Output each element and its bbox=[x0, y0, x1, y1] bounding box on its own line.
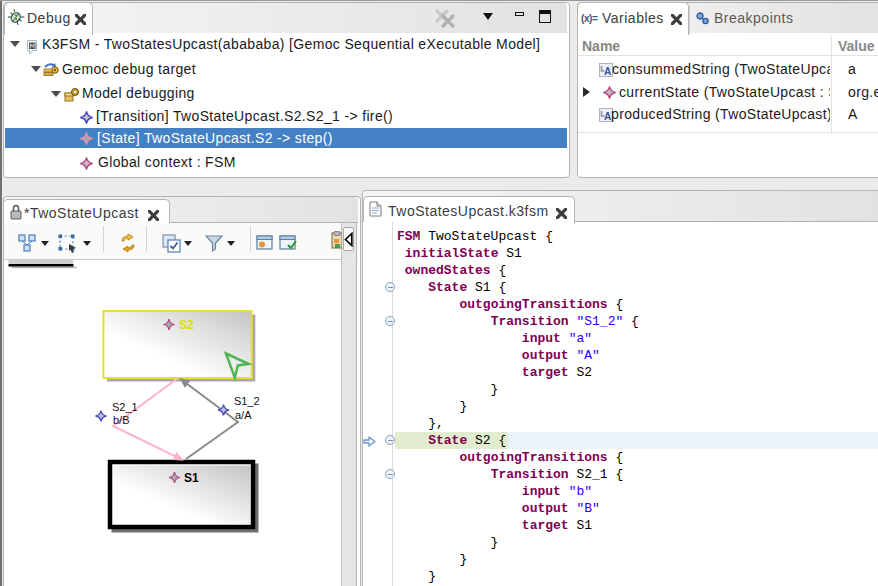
svg-text:A: A bbox=[604, 66, 611, 77]
